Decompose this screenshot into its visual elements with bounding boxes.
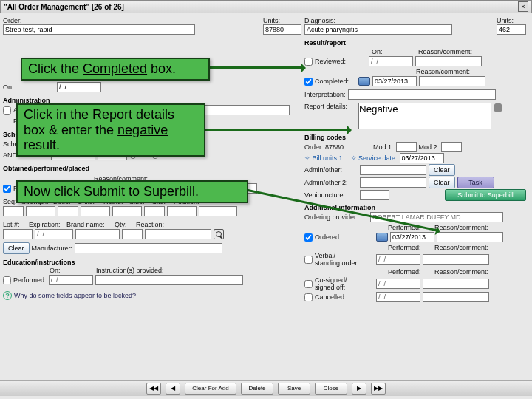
ordered-date[interactable] — [390, 232, 434, 242]
nav-first-button[interactable]: ◀◀ — [146, 383, 161, 395]
additional-info-header: Additional information — [304, 204, 526, 211]
mod2-field[interactable] — [441, 142, 462, 152]
book-icon[interactable] — [358, 77, 370, 86]
admin-other-field[interactable] — [360, 165, 426, 175]
clear-button[interactable]: Clear — [3, 242, 30, 254]
clear-for-add-button[interactable]: Clear For Add — [185, 383, 236, 395]
administered-checkbox[interactable] — [3, 106, 11, 115]
instructions-field[interactable] — [95, 275, 243, 285]
completed-date[interactable] — [372, 76, 417, 86]
interpretation-label: Interpretation: — [304, 91, 346, 98]
result-report-header: Result/report — [304, 39, 526, 47]
cosigned-date[interactable] — [376, 279, 420, 289]
close-button[interactable]: Close — [315, 383, 347, 395]
nav-prev-button[interactable]: ◀ — [166, 383, 180, 395]
delete-button[interactable]: Delete — [241, 383, 273, 395]
nav-last-button[interactable]: ▶▶ — [371, 383, 386, 395]
rr-reason-label-2: Reason/comment: — [416, 68, 470, 75]
lot-label: Lot #: — [3, 221, 27, 228]
units-field[interactable] — [81, 206, 110, 216]
ordered-checkbox[interactable] — [304, 233, 313, 242]
mod1-field[interactable] — [396, 142, 417, 152]
manufacturer-field[interactable] — [75, 243, 222, 253]
reviewed-date[interactable] — [369, 56, 413, 66]
strength-field[interactable] — [26, 206, 55, 216]
ordering-provider-field[interactable] — [370, 212, 503, 222]
book-icon[interactable] — [376, 233, 388, 242]
ordered-label: Ordered: — [315, 233, 374, 241]
ordered-reason[interactable] — [437, 232, 503, 242]
close-icon[interactable]: × — [518, 1, 528, 12]
venipuncture-field[interactable] — [360, 190, 389, 200]
service-date-field[interactable] — [400, 153, 444, 163]
verbal-checkbox[interactable] — [304, 256, 313, 264]
cancelled-date[interactable] — [376, 292, 420, 302]
reviewed-reason[interactable] — [415, 56, 482, 66]
completed-reason[interactable] — [419, 76, 485, 86]
submit-superbill-button[interactable]: Submit to Superbill — [445, 189, 526, 201]
admin-other2-field[interactable] — [360, 177, 426, 188]
instructions-label: Instruction(s) provided: — [96, 267, 164, 274]
seq-field[interactable] — [3, 206, 24, 216]
order-field[interactable] — [3, 24, 195, 35]
edu-performed-label: Performed: — [13, 276, 47, 284]
diagnosis-field[interactable] — [304, 24, 452, 35]
reaction-field[interactable] — [145, 229, 211, 239]
ai-reason-header: Reason/comment: — [434, 224, 488, 231]
bill-units-link[interactable]: ✧ Bill units 1 — [304, 154, 343, 162]
ai-performed-header-3: Performed: — [388, 268, 432, 276]
on-label: On: — [3, 83, 55, 91]
rr-reason-label: Reason/comment: — [418, 48, 472, 55]
position-field[interactable] — [199, 206, 237, 216]
dose-field[interactable] — [58, 206, 78, 216]
help-icon[interactable]: ? — [3, 291, 12, 300]
reviewed-checkbox[interactable] — [304, 58, 313, 66]
verbal-date[interactable] — [376, 254, 420, 265]
edu-on-label: On: — [50, 267, 94, 274]
nav-next-button[interactable]: ▶ — [352, 383, 366, 395]
cosigned-checkbox[interactable] — [304, 280, 313, 288]
performed-checkbox[interactable] — [3, 185, 11, 193]
save-button[interactable]: Save — [278, 383, 310, 395]
edu-performed-checkbox[interactable] — [3, 276, 11, 284]
lot-field[interactable] — [3, 229, 33, 239]
diag-units-field[interactable] — [497, 24, 526, 35]
cosigned-reason[interactable] — [423, 279, 489, 289]
task-button[interactable]: Task — [457, 177, 494, 188]
person-icon[interactable] — [494, 103, 502, 112]
order-units-field[interactable] — [263, 24, 301, 35]
search-icon[interactable] — [214, 229, 224, 239]
clear-button[interactable]: Clear — [429, 177, 455, 188]
bottom-toolbar: ◀◀ ◀ Clear For Add Delete Save Close ▶ ▶… — [0, 380, 532, 396]
ai-reason-header-3: Reason/comment: — [434, 268, 488, 276]
side-field[interactable] — [144, 206, 165, 216]
report-details-label: Report details: — [304, 103, 356, 110]
service-date-label: ✧ Service date: — [351, 154, 398, 162]
verbal-reason[interactable] — [423, 254, 489, 265]
clear-button[interactable]: Clear — [429, 164, 455, 176]
cancelled-label: Cancelled: — [315, 293, 374, 301]
qty-label: Qty: — [115, 221, 134, 228]
diag-units-label: Units: — [497, 17, 526, 24]
mod1-label: Mod 1: — [373, 143, 394, 151]
report-details-field[interactable]: Negative — [358, 103, 491, 129]
edu-date-field[interactable] — [49, 275, 93, 285]
expiration-field[interactable] — [35, 229, 73, 239]
site-field[interactable] — [167, 206, 197, 216]
on-date-field[interactable] — [57, 82, 101, 92]
cancelled-checkbox[interactable] — [304, 293, 313, 301]
reaction-label: Reaction: — [136, 221, 164, 228]
admin-other2-label: Admin/other 2: — [304, 179, 358, 186]
interpretation-field[interactable] — [348, 89, 496, 100]
completed-checkbox[interactable] — [304, 78, 313, 86]
qty-field[interactable] — [122, 229, 143, 239]
reviewed-label: Reviewed: — [315, 58, 366, 65]
admin-other-label: Admin/other: — [304, 166, 358, 174]
venipuncture-label: Venipuncture: — [304, 191, 358, 199]
help-link[interactable]: Why do some fields appear to be locked? — [14, 292, 136, 299]
cancelled-reason[interactable] — [423, 292, 489, 302]
route-field[interactable] — [112, 206, 142, 216]
verbal-label: Verbal/ standing order: — [315, 252, 374, 267]
completed-label: Completed: — [315, 78, 356, 85]
brand-field[interactable] — [75, 229, 120, 239]
